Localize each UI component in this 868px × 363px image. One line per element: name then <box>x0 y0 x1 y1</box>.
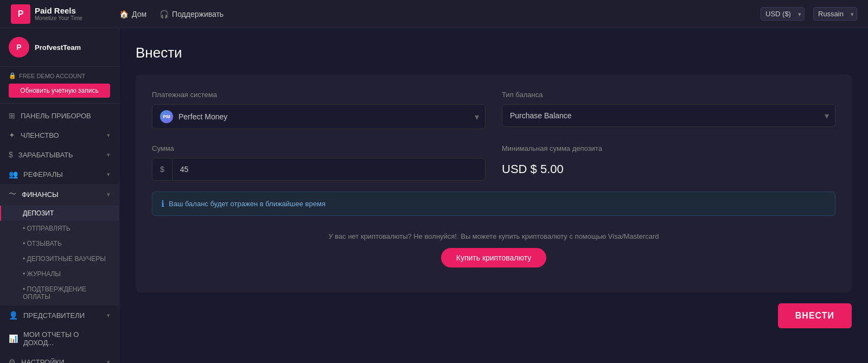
logo-text: Paid Reels Monetize Your Time <box>35 7 82 22</box>
form-row-amount: Сумма $ Минимальная сумма депозита USD $… <box>152 144 835 181</box>
chevron-down-icon: ▾ <box>107 151 110 158</box>
sidebar-item-settings[interactable]: ⚙ НАСТРОЙКИ ▾ <box>0 352 119 363</box>
payment-system-group: Платежная система PM Perfect Money ▾ <box>152 91 486 129</box>
info-icon: ℹ <box>161 199 164 209</box>
balance-type-label: Тип баланса <box>502 91 835 99</box>
chevron-down-icon: ▾ <box>107 312 110 319</box>
upgrade-button[interactable]: Обновить учетную запись <box>9 84 110 98</box>
balance-type-select-wrapper: Purchase Balance <box>502 104 835 127</box>
buy-crypto-button[interactable]: Купить криптовалюту <box>441 248 547 268</box>
sidebar: P ProfvestTeam 🔒 FREE DEMO ACCOUNT Обнов… <box>0 28 119 363</box>
logo-icon: P <box>11 4 30 24</box>
sidebar-item-membership[interactable]: ✦ ЧЛЕНСТВО ▾ <box>0 125 119 145</box>
sidebar-item-representatives[interactable]: 👤 ПРЕДСТАВИТЕЛИ ▾ <box>0 305 119 325</box>
home-icon: 🏠 <box>119 10 129 18</box>
sidebar-item-send[interactable]: • ОТПРАВЛЯТЬ <box>0 221 119 236</box>
amount-input-wrapper: $ <box>152 158 486 181</box>
sidebar-user: P ProfvestTeam <box>0 28 119 67</box>
membership-icon: ✦ <box>9 131 15 139</box>
finances-icon: 〜 <box>9 189 16 199</box>
deposit-form-card: Платежная система PM Perfect Money ▾ Тип… <box>136 74 852 292</box>
deposit-button[interactable]: ВНЕСТИ <box>778 303 852 328</box>
settings-icon: ⚙ <box>9 358 16 363</box>
language-selector[interactable]: Russain <box>813 7 857 21</box>
earn-icon: $ <box>9 150 13 159</box>
payment-system-select-wrapper: PM Perfect Money ▾ <box>152 104 486 129</box>
currency-selector-wrapper: USD ($) <box>761 7 805 21</box>
topnav-links: 🏠 Дом 🎧 Поддерживать <box>119 10 761 18</box>
currency-selector[interactable]: USD ($) <box>761 7 805 21</box>
sidebar-item-deposit[interactable]: ДЕПОЗИТ <box>0 206 119 221</box>
finances-submenu: ДЕПОЗИТ • ОТПРАВЛЯТЬ • ОТЗЫВАТЬ • ДЕПОЗИ… <box>0 205 119 305</box>
topnav: P Paid Reels Monetize Your Time 🏠 Дом 🎧 … <box>0 0 868 28</box>
lock-icon: 🔒 <box>9 72 16 79</box>
logo: P Paid Reels Monetize Your Time <box>11 4 119 24</box>
chevron-down-icon: ▾ <box>475 113 478 120</box>
amount-group: Сумма $ <box>152 144 486 181</box>
avatar: P <box>9 37 29 58</box>
sidebar-item-journals[interactable]: • ЖУРНАЛЫ <box>0 266 119 282</box>
sidebar-item-earn[interactable]: $ ЗАРАБАТЫВАТЬ ▾ <box>0 145 119 164</box>
topnav-right: USD ($) Russain <box>761 7 857 21</box>
sidebar-item-dashboard[interactable]: ⊞ ПАНЕЛЬ ПРИБОРОВ <box>0 106 119 125</box>
brand-name: Paid Reels <box>35 7 82 16</box>
pm-icon: PM <box>160 110 173 123</box>
balance-type-group: Тип баланса Purchase Balance <box>502 91 835 129</box>
payment-system-label: Платежная система <box>152 91 486 99</box>
min-deposit-value: USD $ 5.00 <box>502 158 835 176</box>
info-row: ℹ Ваш баланс будет отражен в ближайшее в… <box>152 192 835 216</box>
demo-badge: 🔒 FREE DEMO ACCOUNT Обновить учетную зап… <box>0 67 119 104</box>
sidebar-item-reports[interactable]: 📊 МОИ ОТЧЕТЫ О ДОХОД... <box>0 325 119 352</box>
user-name: ProfvestTeam <box>35 43 81 52</box>
min-deposit-label: Минимальная сумма депозита <box>502 144 835 152</box>
referrals-icon: 👥 <box>9 170 18 179</box>
form-row-top: Платежная система PM Perfect Money ▾ Тип… <box>152 91 835 129</box>
representatives-icon: 👤 <box>9 311 18 320</box>
payment-system-select[interactable]: PM Perfect Money ▾ <box>152 104 486 129</box>
dashboard-icon: ⊞ <box>9 111 15 120</box>
nav-home[interactable]: 🏠 Дом <box>119 10 146 18</box>
amount-label: Сумма <box>152 144 486 152</box>
language-selector-wrapper: Russain <box>813 7 857 21</box>
min-deposit-group: Минимальная сумма депозита USD $ 5.00 <box>502 144 835 181</box>
sidebar-item-referrals[interactable]: 👥 РЕФЕРАЛЫ ▾ <box>0 164 119 184</box>
sidebar-item-vouchers[interactable]: • ДЕПОЗИТНЫЕ ВАУЧЕРЫ <box>0 251 119 266</box>
payment-system-value: Perfect Money <box>178 112 227 121</box>
tagline: Monetize Your Time <box>35 15 82 21</box>
page-title: Внести <box>136 44 852 61</box>
chevron-down-icon: ▾ <box>107 132 110 139</box>
currency-prefix: $ <box>152 158 173 180</box>
chevron-down-icon: ▾ <box>107 359 110 364</box>
sidebar-item-finances[interactable]: 〜 ФИНАНСЫ ▾ <box>0 184 119 205</box>
main-layout: P ProfvestTeam 🔒 FREE DEMO ACCOUNT Обнов… <box>0 28 868 363</box>
sidebar-item-payment-confirm[interactable]: • ПОДТВЕРЖДЕНИЕ ОПЛАТЫ <box>0 282 119 304</box>
reports-icon: 📊 <box>9 334 18 343</box>
crypto-notice: У вас нет криптовалюты? Не волнуйся!. Вы… <box>152 227 835 276</box>
chevron-down-icon: ▾ <box>107 171 110 178</box>
balance-type-select[interactable]: Purchase Balance <box>502 104 835 127</box>
nav-support[interactable]: 🎧 Поддерживать <box>159 10 224 18</box>
chevron-down-icon: ▾ <box>107 191 110 198</box>
sidebar-item-withdraw[interactable]: • ОТЗЫВАТЬ <box>0 236 119 251</box>
main-content: Внести Платежная система PM Perfect Mone… <box>119 28 868 363</box>
sidebar-nav: ⊞ ПАНЕЛЬ ПРИБОРОВ ✦ ЧЛЕНСТВО ▾ $ ЗАРАБАТ… <box>0 104 119 363</box>
headphones-icon: 🎧 <box>159 10 169 18</box>
crypto-notice-text: У вас нет криптовалюты? Не волнуйся!. Вы… <box>152 232 835 240</box>
amount-input[interactable] <box>173 158 485 180</box>
info-message: Ваш баланс будет отражен в ближайшее вре… <box>169 200 326 208</box>
demo-label: 🔒 FREE DEMO ACCOUNT <box>9 72 110 79</box>
